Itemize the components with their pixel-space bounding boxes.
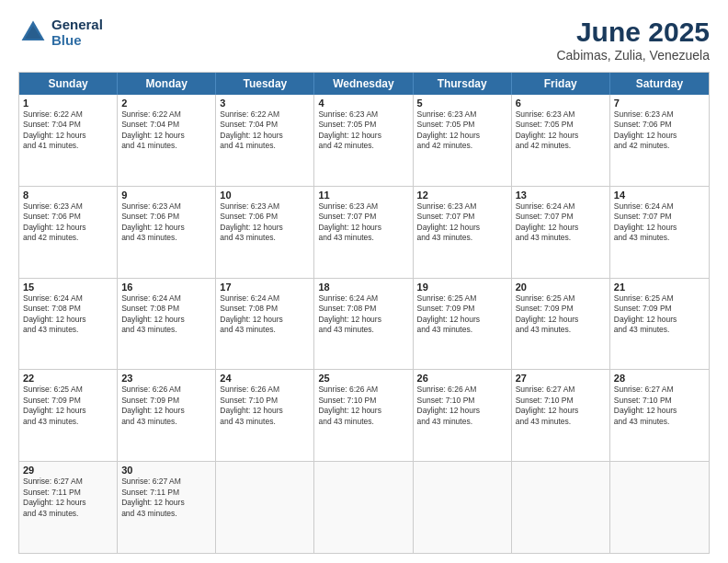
weekday-thursday: Thursday bbox=[414, 73, 512, 95]
calendar-cell: 4 Sunrise: 6:23 AM Sunset: 7:05 PM Dayli… bbox=[314, 95, 413, 186]
calendar-cell bbox=[512, 462, 610, 553]
cell-content: Sunrise: 6:25 AM Sunset: 7:09 PM Dayligh… bbox=[23, 385, 113, 427]
day-number: 30 bbox=[121, 465, 211, 476]
cell-content: Sunrise: 6:22 AM Sunset: 7:04 PM Dayligh… bbox=[220, 109, 310, 152]
calendar-cell: 6 Sunrise: 6:23 AM Sunset: 7:05 PM Dayli… bbox=[512, 95, 610, 186]
calendar-cell: 20 Sunrise: 6:25 AM Sunset: 7:09 PM Dayl… bbox=[512, 279, 610, 370]
cell-content: Sunrise: 6:24 AM Sunset: 7:08 PM Dayligh… bbox=[121, 293, 211, 336]
weekday-friday: Friday bbox=[512, 73, 610, 95]
calendar-cell: 11 Sunrise: 6:23 AM Sunset: 7:07 PM Dayl… bbox=[314, 187, 413, 278]
calendar-header: Sunday Monday Tuesday Wednesday Thursday… bbox=[19, 73, 709, 95]
page: General Blue June 2025 Cabimas, Zulia, V… bbox=[0, 0, 728, 563]
day-number: 10 bbox=[220, 190, 310, 201]
day-number: 15 bbox=[23, 282, 113, 293]
cell-content: Sunrise: 6:27 AM Sunset: 7:10 PM Dayligh… bbox=[516, 385, 606, 427]
title-block: June 2025 Cabimas, Zulia, Venezuela bbox=[556, 17, 710, 63]
weekday-wednesday: Wednesday bbox=[314, 73, 413, 95]
cell-content: Sunrise: 6:24 AM Sunset: 7:07 PM Dayligh… bbox=[516, 201, 606, 244]
month-title: June 2025 bbox=[556, 17, 710, 48]
cell-content: Sunrise: 6:26 AM Sunset: 7:10 PM Dayligh… bbox=[220, 385, 310, 427]
day-number: 24 bbox=[220, 373, 310, 384]
day-number: 21 bbox=[614, 282, 705, 293]
day-number: 4 bbox=[318, 98, 408, 109]
day-number: 8 bbox=[23, 190, 113, 201]
calendar-cell: 13 Sunrise: 6:24 AM Sunset: 7:07 PM Dayl… bbox=[512, 187, 610, 278]
weekday-sunday: Sunday bbox=[19, 73, 118, 95]
day-number: 22 bbox=[23, 373, 113, 384]
calendar-cell: 23 Sunrise: 6:26 AM Sunset: 7:09 PM Dayl… bbox=[118, 370, 216, 461]
calendar-cell: 21 Sunrise: 6:25 AM Sunset: 7:09 PM Dayl… bbox=[610, 279, 709, 370]
calendar-cell: 16 Sunrise: 6:24 AM Sunset: 7:08 PM Dayl… bbox=[118, 279, 216, 370]
cell-content: Sunrise: 6:27 AM Sunset: 7:11 PM Dayligh… bbox=[23, 477, 113, 519]
day-number: 1 bbox=[23, 98, 113, 109]
calendar-row-5: 29 Sunrise: 6:27 AM Sunset: 7:11 PM Dayl… bbox=[19, 462, 709, 553]
cell-content: Sunrise: 6:26 AM Sunset: 7:10 PM Dayligh… bbox=[417, 385, 507, 427]
calendar-cell: 8 Sunrise: 6:23 AM Sunset: 7:06 PM Dayli… bbox=[19, 187, 118, 278]
weekday-monday: Monday bbox=[118, 73, 216, 95]
cell-content: Sunrise: 6:25 AM Sunset: 7:09 PM Dayligh… bbox=[614, 293, 705, 336]
day-number: 19 bbox=[417, 282, 507, 293]
logo-text-line1: General bbox=[51, 17, 103, 32]
cell-content: Sunrise: 6:22 AM Sunset: 7:04 PM Dayligh… bbox=[121, 109, 211, 152]
cell-content: Sunrise: 6:23 AM Sunset: 7:06 PM Dayligh… bbox=[121, 201, 211, 244]
calendar-cell: 30 Sunrise: 6:27 AM Sunset: 7:11 PM Dayl… bbox=[118, 462, 216, 553]
cell-content: Sunrise: 6:25 AM Sunset: 7:09 PM Dayligh… bbox=[417, 293, 507, 336]
calendar-cell: 7 Sunrise: 6:23 AM Sunset: 7:06 PM Dayli… bbox=[610, 95, 709, 186]
cell-content: Sunrise: 6:24 AM Sunset: 7:08 PM Dayligh… bbox=[220, 293, 310, 336]
calendar-cell: 10 Sunrise: 6:23 AM Sunset: 7:06 PM Dayl… bbox=[216, 187, 314, 278]
weekday-saturday: Saturday bbox=[610, 73, 709, 95]
calendar-cell bbox=[314, 462, 413, 553]
calendar-cell: 28 Sunrise: 6:27 AM Sunset: 7:10 PM Dayl… bbox=[610, 370, 709, 461]
day-number: 13 bbox=[516, 190, 606, 201]
calendar-cell: 18 Sunrise: 6:24 AM Sunset: 7:08 PM Dayl… bbox=[314, 279, 413, 370]
calendar-cell: 3 Sunrise: 6:22 AM Sunset: 7:04 PM Dayli… bbox=[216, 95, 314, 186]
cell-content: Sunrise: 6:26 AM Sunset: 7:10 PM Dayligh… bbox=[318, 385, 408, 427]
day-number: 23 bbox=[121, 373, 211, 384]
cell-content: Sunrise: 6:22 AM Sunset: 7:04 PM Dayligh… bbox=[23, 109, 113, 152]
cell-content: Sunrise: 6:24 AM Sunset: 7:08 PM Dayligh… bbox=[318, 293, 408, 336]
day-number: 28 bbox=[614, 373, 705, 384]
cell-content: Sunrise: 6:23 AM Sunset: 7:06 PM Dayligh… bbox=[23, 201, 113, 244]
calendar-row-2: 8 Sunrise: 6:23 AM Sunset: 7:06 PM Dayli… bbox=[19, 187, 709, 279]
logo: General Blue bbox=[18, 17, 103, 49]
location: Cabimas, Zulia, Venezuela bbox=[556, 48, 710, 63]
calendar-cell bbox=[414, 462, 512, 553]
header: General Blue June 2025 Cabimas, Zulia, V… bbox=[18, 17, 710, 63]
calendar-cell: 9 Sunrise: 6:23 AM Sunset: 7:06 PM Dayli… bbox=[118, 187, 216, 278]
calendar: Sunday Monday Tuesday Wednesday Thursday… bbox=[18, 72, 710, 554]
calendar-cell: 29 Sunrise: 6:27 AM Sunset: 7:11 PM Dayl… bbox=[19, 462, 118, 553]
calendar-row-1: 1 Sunrise: 6:22 AM Sunset: 7:04 PM Dayli… bbox=[19, 95, 709, 187]
cell-content: Sunrise: 6:23 AM Sunset: 7:05 PM Dayligh… bbox=[417, 109, 507, 152]
logo-icon bbox=[18, 17, 48, 47]
cell-content: Sunrise: 6:27 AM Sunset: 7:11 PM Dayligh… bbox=[121, 477, 211, 519]
day-number: 29 bbox=[23, 465, 113, 476]
cell-content: Sunrise: 6:23 AM Sunset: 7:06 PM Dayligh… bbox=[220, 201, 310, 244]
cell-content: Sunrise: 6:24 AM Sunset: 7:08 PM Dayligh… bbox=[23, 293, 113, 336]
day-number: 27 bbox=[516, 373, 606, 384]
cell-content: Sunrise: 6:23 AM Sunset: 7:07 PM Dayligh… bbox=[417, 201, 507, 244]
calendar-cell bbox=[610, 462, 709, 553]
calendar-row-4: 22 Sunrise: 6:25 AM Sunset: 7:09 PM Dayl… bbox=[19, 370, 709, 462]
day-number: 3 bbox=[220, 98, 310, 109]
calendar-cell: 27 Sunrise: 6:27 AM Sunset: 7:10 PM Dayl… bbox=[512, 370, 610, 461]
calendar-cell: 25 Sunrise: 6:26 AM Sunset: 7:10 PM Dayl… bbox=[314, 370, 413, 461]
day-number: 25 bbox=[318, 373, 408, 384]
cell-content: Sunrise: 6:23 AM Sunset: 7:05 PM Dayligh… bbox=[318, 109, 408, 152]
day-number: 5 bbox=[417, 98, 507, 109]
calendar-cell: 17 Sunrise: 6:24 AM Sunset: 7:08 PM Dayl… bbox=[216, 279, 314, 370]
calendar-cell: 22 Sunrise: 6:25 AM Sunset: 7:09 PM Dayl… bbox=[19, 370, 118, 461]
day-number: 20 bbox=[516, 282, 606, 293]
calendar-cell: 26 Sunrise: 6:26 AM Sunset: 7:10 PM Dayl… bbox=[414, 370, 512, 461]
calendar-row-3: 15 Sunrise: 6:24 AM Sunset: 7:08 PM Dayl… bbox=[19, 279, 709, 371]
weekday-tuesday: Tuesday bbox=[216, 73, 314, 95]
calendar-body: 1 Sunrise: 6:22 AM Sunset: 7:04 PM Dayli… bbox=[19, 95, 709, 553]
calendar-cell: 12 Sunrise: 6:23 AM Sunset: 7:07 PM Dayl… bbox=[414, 187, 512, 278]
cell-content: Sunrise: 6:23 AM Sunset: 7:05 PM Dayligh… bbox=[516, 109, 606, 152]
day-number: 12 bbox=[417, 190, 507, 201]
logo-text-line2: Blue bbox=[51, 32, 103, 48]
day-number: 14 bbox=[614, 190, 705, 201]
day-number: 17 bbox=[220, 282, 310, 293]
day-number: 2 bbox=[121, 98, 211, 109]
day-number: 11 bbox=[318, 190, 408, 201]
calendar-cell: 15 Sunrise: 6:24 AM Sunset: 7:08 PM Dayl… bbox=[19, 279, 118, 370]
